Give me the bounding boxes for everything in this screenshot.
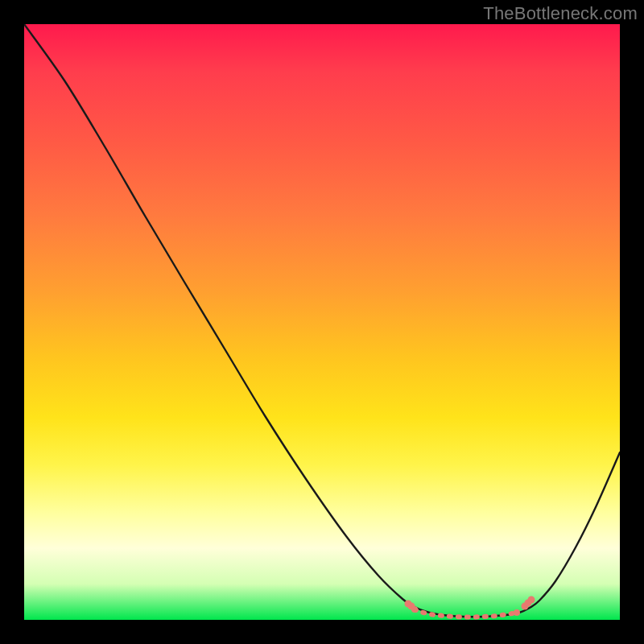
- plot-area: [24, 24, 620, 620]
- chart-container: TheBottleneck.com: [0, 0, 644, 644]
- watermark-text: TheBottleneck.com: [483, 3, 638, 24]
